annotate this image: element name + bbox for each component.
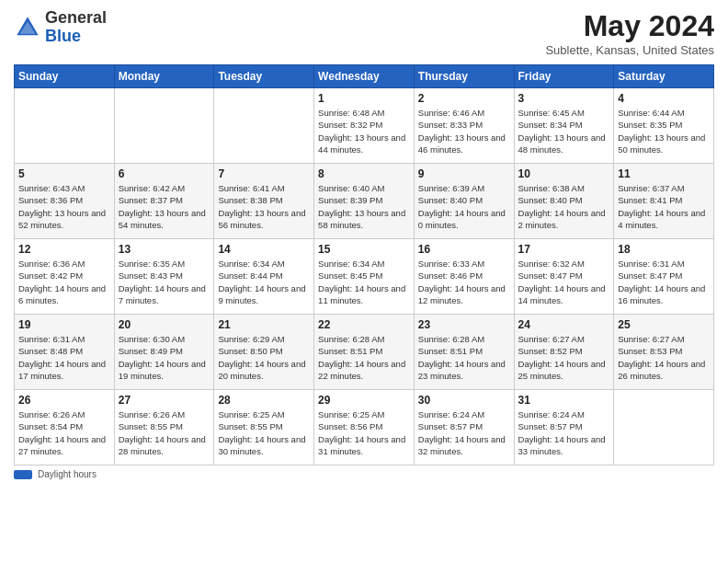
day-info: Sunrise: 6:46 AM Sunset: 8:33 PM Dayligh… — [418, 107, 510, 155]
day-info: Sunrise: 6:32 AM Sunset: 8:47 PM Dayligh… — [518, 258, 610, 306]
day-number: 29 — [318, 394, 410, 407]
day-number: 20 — [119, 318, 210, 331]
day-cell: 25Sunrise: 6:27 AM Sunset: 8:53 PM Dayli… — [614, 315, 714, 390]
day-number: 8 — [318, 167, 410, 180]
day-number: 30 — [418, 394, 510, 407]
day-number: 12 — [18, 243, 110, 256]
day-cell: 7Sunrise: 6:41 AM Sunset: 8:38 PM Daylig… — [214, 164, 314, 239]
week-row-1: 5Sunrise: 6:43 AM Sunset: 8:36 PM Daylig… — [15, 164, 714, 239]
location: Sublette, Kansas, United States — [545, 43, 714, 57]
footer: Daylight hours — [14, 469, 714, 479]
day-cell: 16Sunrise: 6:33 AM Sunset: 8:46 PM Dayli… — [414, 239, 514, 315]
day-cell: 3Sunrise: 6:45 AM Sunset: 8:34 PM Daylig… — [514, 88, 614, 164]
day-number: 16 — [418, 243, 510, 256]
day-info: Sunrise: 6:34 AM Sunset: 8:44 PM Dayligh… — [218, 258, 310, 306]
day-cell: 4Sunrise: 6:44 AM Sunset: 8:35 PM Daylig… — [614, 88, 714, 164]
day-header-saturday: Saturday — [614, 65, 714, 88]
day-cell: 18Sunrise: 6:31 AM Sunset: 8:47 PM Dayli… — [614, 239, 714, 315]
day-number: 5 — [18, 167, 110, 180]
day-cell: 23Sunrise: 6:28 AM Sunset: 8:51 PM Dayli… — [414, 315, 514, 390]
day-cell: 26Sunrise: 6:26 AM Sunset: 8:54 PM Dayli… — [15, 390, 115, 465]
day-cell — [114, 88, 214, 164]
day-cell: 6Sunrise: 6:42 AM Sunset: 8:37 PM Daylig… — [114, 164, 214, 239]
day-info: Sunrise: 6:48 AM Sunset: 8:32 PM Dayligh… — [318, 107, 410, 155]
day-cell: 31Sunrise: 6:24 AM Sunset: 8:57 PM Dayli… — [514, 390, 614, 465]
day-info: Sunrise: 6:27 AM Sunset: 8:52 PM Dayligh… — [518, 333, 610, 382]
day-info: Sunrise: 6:44 AM Sunset: 8:35 PM Dayligh… — [618, 107, 710, 155]
page: General Blue May 2024 Sublette, Kansas, … — [0, 0, 728, 563]
week-row-0: 1Sunrise: 6:48 AM Sunset: 8:32 PM Daylig… — [15, 88, 714, 164]
logo-icon — [14, 14, 41, 41]
day-cell — [15, 88, 115, 164]
day-info: Sunrise: 6:39 AM Sunset: 8:40 PM Dayligh… — [418, 182, 510, 231]
day-cell: 22Sunrise: 6:28 AM Sunset: 8:51 PM Dayli… — [314, 315, 415, 390]
day-number: 28 — [218, 394, 310, 407]
title-area: May 2024 Sublette, Kansas, United States — [545, 9, 714, 57]
day-cell — [214, 88, 314, 164]
day-header-thursday: Thursday — [414, 65, 514, 88]
day-number: 19 — [18, 318, 110, 331]
week-row-4: 26Sunrise: 6:26 AM Sunset: 8:54 PM Dayli… — [15, 390, 714, 465]
day-info: Sunrise: 6:38 AM Sunset: 8:40 PM Dayligh… — [518, 182, 610, 231]
day-cell: 11Sunrise: 6:37 AM Sunset: 8:41 PM Dayli… — [614, 164, 714, 239]
day-number: 17 — [518, 243, 610, 256]
logo-blue: Blue — [45, 27, 81, 45]
day-info: Sunrise: 6:30 AM Sunset: 8:49 PM Dayligh… — [119, 333, 210, 382]
day-info: Sunrise: 6:33 AM Sunset: 8:46 PM Dayligh… — [418, 258, 510, 306]
day-number: 2 — [418, 92, 510, 105]
day-number: 31 — [518, 394, 610, 407]
day-info: Sunrise: 6:40 AM Sunset: 8:39 PM Dayligh… — [318, 182, 410, 231]
day-cell: 1Sunrise: 6:48 AM Sunset: 8:32 PM Daylig… — [314, 88, 415, 164]
day-number: 23 — [418, 318, 510, 331]
day-info: Sunrise: 6:25 AM Sunset: 8:56 PM Dayligh… — [318, 408, 410, 457]
day-header-sunday: Sunday — [15, 65, 115, 88]
week-row-2: 12Sunrise: 6:36 AM Sunset: 8:42 PM Dayli… — [15, 239, 714, 315]
calendar-body: 1Sunrise: 6:48 AM Sunset: 8:32 PM Daylig… — [15, 88, 714, 465]
day-number: 13 — [119, 243, 210, 256]
day-cell: 24Sunrise: 6:27 AM Sunset: 8:52 PM Dayli… — [514, 315, 614, 390]
day-cell: 29Sunrise: 6:25 AM Sunset: 8:56 PM Dayli… — [314, 390, 415, 465]
day-info: Sunrise: 6:37 AM Sunset: 8:41 PM Dayligh… — [618, 182, 710, 231]
day-info: Sunrise: 6:36 AM Sunset: 8:42 PM Dayligh… — [18, 258, 110, 306]
daylight-label: Daylight hours — [38, 469, 97, 479]
day-info: Sunrise: 6:28 AM Sunset: 8:51 PM Dayligh… — [318, 333, 410, 382]
day-number: 1 — [318, 92, 410, 105]
day-header-monday: Monday — [114, 65, 214, 88]
day-cell: 21Sunrise: 6:29 AM Sunset: 8:50 PM Dayli… — [214, 315, 314, 390]
day-number: 26 — [18, 394, 110, 407]
day-info: Sunrise: 6:24 AM Sunset: 8:57 PM Dayligh… — [418, 408, 510, 457]
day-number: 22 — [318, 318, 410, 331]
day-number: 15 — [318, 243, 410, 256]
day-cell: 28Sunrise: 6:25 AM Sunset: 8:55 PM Dayli… — [214, 390, 314, 465]
day-info: Sunrise: 6:26 AM Sunset: 8:55 PM Dayligh… — [119, 408, 210, 457]
day-cell: 14Sunrise: 6:34 AM Sunset: 8:44 PM Dayli… — [214, 239, 314, 315]
day-number: 3 — [518, 92, 610, 105]
day-info: Sunrise: 6:43 AM Sunset: 8:36 PM Dayligh… — [18, 182, 110, 231]
day-cell: 12Sunrise: 6:36 AM Sunset: 8:42 PM Dayli… — [15, 239, 115, 315]
calendar-table: SundayMondayTuesdayWednesdayThursdayFrid… — [14, 64, 714, 465]
day-info: Sunrise: 6:25 AM Sunset: 8:55 PM Dayligh… — [218, 408, 310, 457]
header: General Blue May 2024 Sublette, Kansas, … — [14, 9, 714, 57]
day-info: Sunrise: 6:24 AM Sunset: 8:57 PM Dayligh… — [518, 408, 610, 457]
day-cell: 20Sunrise: 6:30 AM Sunset: 8:49 PM Dayli… — [114, 315, 214, 390]
day-header-tuesday: Tuesday — [214, 65, 314, 88]
day-number: 9 — [418, 167, 510, 180]
day-number: 21 — [218, 318, 310, 331]
day-info: Sunrise: 6:28 AM Sunset: 8:51 PM Dayligh… — [418, 333, 510, 382]
day-info: Sunrise: 6:31 AM Sunset: 8:48 PM Dayligh… — [18, 333, 110, 382]
day-number: 24 — [518, 318, 610, 331]
day-info: Sunrise: 6:45 AM Sunset: 8:34 PM Dayligh… — [518, 107, 610, 155]
day-number: 10 — [518, 167, 610, 180]
day-cell: 13Sunrise: 6:35 AM Sunset: 8:43 PM Dayli… — [114, 239, 214, 315]
day-number: 14 — [218, 243, 310, 256]
day-cell — [614, 390, 714, 465]
day-number: 4 — [618, 92, 710, 105]
day-cell: 8Sunrise: 6:40 AM Sunset: 8:39 PM Daylig… — [314, 164, 415, 239]
day-cell: 5Sunrise: 6:43 AM Sunset: 8:36 PM Daylig… — [15, 164, 115, 239]
week-row-3: 19Sunrise: 6:31 AM Sunset: 8:48 PM Dayli… — [15, 315, 714, 390]
month-title: May 2024 — [545, 9, 714, 43]
day-number: 11 — [618, 167, 710, 180]
day-cell: 30Sunrise: 6:24 AM Sunset: 8:57 PM Dayli… — [414, 390, 514, 465]
day-cell: 19Sunrise: 6:31 AM Sunset: 8:48 PM Dayli… — [15, 315, 115, 390]
day-cell: 10Sunrise: 6:38 AM Sunset: 8:40 PM Dayli… — [514, 164, 614, 239]
